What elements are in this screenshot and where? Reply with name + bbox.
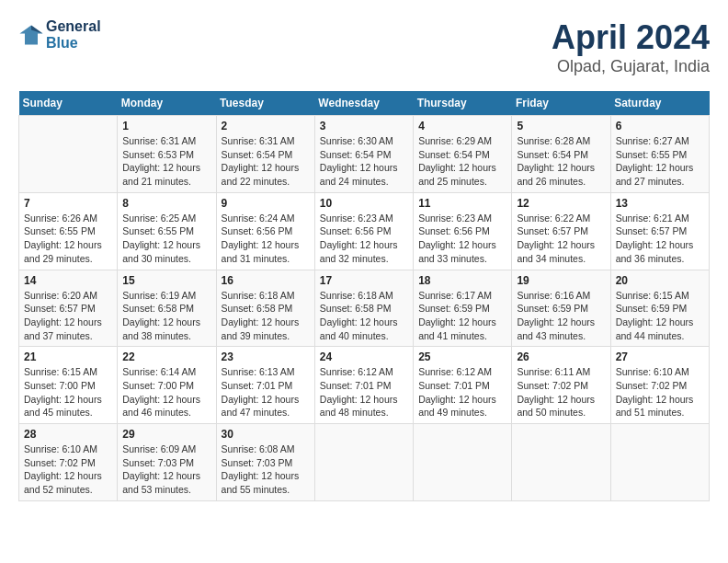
calendar-cell: 29Sunrise: 6:09 AMSunset: 7:03 PMDayligh… [118, 424, 216, 501]
calendar-week-row: 1Sunrise: 6:31 AMSunset: 6:53 PMDaylight… [19, 116, 710, 193]
calendar-cell: 20Sunrise: 6:15 AMSunset: 6:59 PMDayligh… [610, 270, 709, 347]
day-info: Sunrise: 6:21 AMSunset: 6:57 PMDaylight:… [616, 212, 704, 266]
day-info: Sunrise: 6:10 AMSunset: 7:02 PMDaylight:… [616, 365, 704, 419]
weekday-header-thursday: Thursday [414, 91, 512, 116]
calendar-location: Olpad, Gujarat, India [552, 57, 710, 76]
calendar-cell: 22Sunrise: 6:14 AMSunset: 7:00 PMDayligh… [118, 347, 216, 424]
logo-text-line2: Blue [46, 35, 101, 52]
calendar-cell [19, 116, 118, 193]
calendar-cell: 24Sunrise: 6:12 AMSunset: 7:01 PMDayligh… [314, 347, 413, 424]
calendar-cell: 25Sunrise: 6:12 AMSunset: 7:01 PMDayligh… [414, 347, 512, 424]
calendar-cell: 17Sunrise: 6:18 AMSunset: 6:58 PMDayligh… [314, 270, 413, 347]
day-number: 26 [517, 350, 605, 363]
day-number: 10 [320, 197, 408, 210]
day-info: Sunrise: 6:23 AMSunset: 6:56 PMDaylight:… [320, 212, 408, 266]
day-number: 29 [122, 428, 210, 441]
day-info: Sunrise: 6:22 AMSunset: 6:57 PMDaylight:… [517, 212, 605, 266]
day-number: 15 [122, 274, 210, 287]
calendar-cell: 7Sunrise: 6:26 AMSunset: 6:55 PMDaylight… [19, 192, 118, 270]
day-number: 2 [222, 120, 310, 132]
day-info: Sunrise: 6:13 AMSunset: 7:01 PMDaylight:… [222, 365, 310, 419]
calendar-cell: 11Sunrise: 6:23 AMSunset: 6:56 PMDayligh… [414, 192, 512, 270]
calendar-cell: 13Sunrise: 6:21 AMSunset: 6:57 PMDayligh… [610, 192, 709, 270]
day-info: Sunrise: 6:24 AMSunset: 6:56 PMDaylight:… [222, 212, 310, 266]
calendar-title-block: April 2024 Olpad, Gujarat, India [552, 18, 710, 76]
day-info: Sunrise: 6:28 AMSunset: 6:54 PMDaylight:… [517, 134, 605, 189]
day-number: 14 [24, 274, 112, 287]
calendar-cell [414, 424, 512, 501]
day-number: 23 [222, 350, 310, 363]
day-info: Sunrise: 6:23 AMSunset: 6:56 PMDaylight:… [418, 212, 506, 266]
day-number: 30 [222, 428, 310, 441]
calendar-month-year: April 2024 [552, 18, 710, 57]
calendar-cell: 15Sunrise: 6:19 AMSunset: 6:58 PMDayligh… [118, 270, 216, 347]
day-number: 18 [418, 274, 506, 287]
calendar-cell: 28Sunrise: 6:10 AMSunset: 7:02 PMDayligh… [19, 424, 118, 501]
calendar-cell: 6Sunrise: 6:27 AMSunset: 6:55 PMDaylight… [610, 116, 709, 193]
day-info: Sunrise: 6:26 AMSunset: 6:55 PMDaylight:… [24, 212, 112, 266]
day-number: 28 [24, 428, 112, 441]
weekday-header-tuesday: Tuesday [216, 91, 314, 116]
calendar-table: SundayMondayTuesdayWednesdayThursdayFrid… [18, 91, 710, 501]
day-number: 12 [517, 197, 605, 210]
day-number: 22 [122, 350, 210, 363]
calendar-cell: 21Sunrise: 6:15 AMSunset: 7:00 PMDayligh… [19, 347, 118, 424]
day-info: Sunrise: 6:25 AMSunset: 6:55 PMDaylight:… [122, 212, 210, 266]
day-info: Sunrise: 6:11 AMSunset: 7:02 PMDaylight:… [517, 365, 605, 419]
calendar-week-row: 14Sunrise: 6:20 AMSunset: 6:57 PMDayligh… [19, 270, 710, 347]
day-info: Sunrise: 6:12 AMSunset: 7:01 PMDaylight:… [320, 365, 408, 419]
day-info: Sunrise: 6:18 AMSunset: 6:58 PMDaylight:… [222, 289, 310, 343]
day-info: Sunrise: 6:12 AMSunset: 7:01 PMDaylight:… [418, 365, 506, 419]
day-info: Sunrise: 6:31 AMSunset: 6:53 PMDaylight:… [122, 134, 210, 189]
calendar-cell: 9Sunrise: 6:24 AMSunset: 6:56 PMDaylight… [216, 192, 314, 270]
weekday-header-wednesday: Wednesday [314, 91, 413, 116]
day-info: Sunrise: 6:29 AMSunset: 6:54 PMDaylight:… [418, 134, 506, 189]
day-number: 1 [122, 120, 210, 132]
calendar-cell: 12Sunrise: 6:22 AMSunset: 6:57 PMDayligh… [512, 192, 610, 270]
day-info: Sunrise: 6:19 AMSunset: 6:58 PMDaylight:… [122, 289, 210, 343]
day-number: 17 [320, 274, 408, 287]
day-number: 8 [122, 197, 210, 210]
day-info: Sunrise: 6:09 AMSunset: 7:03 PMDaylight:… [122, 442, 210, 497]
day-info: Sunrise: 6:30 AMSunset: 6:54 PMDaylight:… [320, 134, 408, 189]
logo: General Blue [18, 18, 101, 51]
day-number: 24 [320, 350, 408, 363]
day-number: 5 [517, 120, 605, 132]
day-info: Sunrise: 6:16 AMSunset: 6:59 PMDaylight:… [517, 289, 605, 343]
calendar-cell: 10Sunrise: 6:23 AMSunset: 6:56 PMDayligh… [314, 192, 413, 270]
calendar-cell: 3Sunrise: 6:30 AMSunset: 6:54 PMDaylight… [314, 116, 413, 193]
day-info: Sunrise: 6:15 AMSunset: 6:59 PMDaylight:… [616, 289, 704, 343]
day-info: Sunrise: 6:17 AMSunset: 6:59 PMDaylight:… [418, 289, 506, 343]
calendar-cell: 5Sunrise: 6:28 AMSunset: 6:54 PMDaylight… [512, 116, 610, 193]
day-info: Sunrise: 6:31 AMSunset: 6:54 PMDaylight:… [222, 134, 310, 189]
day-number: 11 [418, 197, 506, 210]
weekday-header-saturday: Saturday [610, 91, 709, 116]
calendar-cell: 16Sunrise: 6:18 AMSunset: 6:58 PMDayligh… [216, 270, 314, 347]
day-number: 4 [418, 120, 506, 132]
day-info: Sunrise: 6:10 AMSunset: 7:02 PMDaylight:… [24, 442, 112, 497]
calendar-cell: 23Sunrise: 6:13 AMSunset: 7:01 PMDayligh… [216, 347, 314, 424]
logo-icon [18, 22, 44, 48]
day-number: 3 [320, 120, 408, 132]
calendar-cell: 27Sunrise: 6:10 AMSunset: 7:02 PMDayligh… [610, 347, 709, 424]
calendar-cell: 18Sunrise: 6:17 AMSunset: 6:59 PMDayligh… [414, 270, 512, 347]
day-number: 25 [418, 350, 506, 363]
day-number: 6 [616, 120, 704, 132]
calendar-week-row: 21Sunrise: 6:15 AMSunset: 7:00 PMDayligh… [19, 347, 710, 424]
page-header: General Blue April 2024 Olpad, Gujarat, … [18, 18, 710, 76]
calendar-cell: 8Sunrise: 6:25 AMSunset: 6:55 PMDaylight… [118, 192, 216, 270]
day-number: 19 [517, 274, 605, 287]
day-number: 7 [24, 197, 112, 210]
day-info: Sunrise: 6:27 AMSunset: 6:55 PMDaylight:… [616, 134, 704, 189]
day-info: Sunrise: 6:20 AMSunset: 6:57 PMDaylight:… [24, 289, 112, 343]
calendar-cell: 30Sunrise: 6:08 AMSunset: 7:03 PMDayligh… [216, 424, 314, 501]
calendar-cell: 4Sunrise: 6:29 AMSunset: 6:54 PMDaylight… [414, 116, 512, 193]
calendar-week-row: 28Sunrise: 6:10 AMSunset: 7:02 PMDayligh… [19, 424, 710, 501]
day-number: 16 [222, 274, 310, 287]
day-number: 20 [616, 274, 704, 287]
weekday-header-friday: Friday [512, 91, 610, 116]
calendar-cell [610, 424, 709, 501]
calendar-cell [314, 424, 413, 501]
calendar-cell: 14Sunrise: 6:20 AMSunset: 6:57 PMDayligh… [19, 270, 118, 347]
calendar-cell: 19Sunrise: 6:16 AMSunset: 6:59 PMDayligh… [512, 270, 610, 347]
